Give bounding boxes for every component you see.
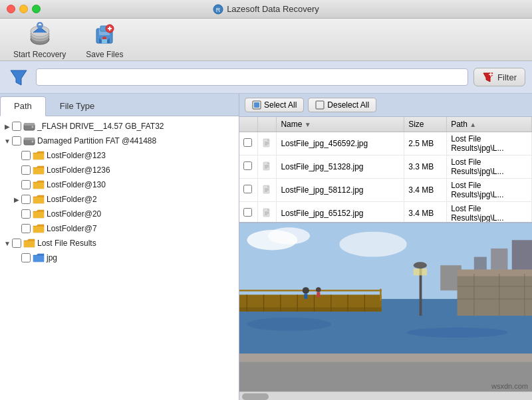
col-path-header[interactable]: Path ▲ bbox=[447, 117, 532, 132]
tree-checkbox[interactable] bbox=[21, 195, 31, 204]
row-icon-cell bbox=[257, 155, 277, 179]
tree-item[interactable]: ▼ Damaged Partition FAT @441488 bbox=[0, 134, 239, 148]
deselect-all-button[interactable]: Deselect All bbox=[308, 98, 376, 112]
svg-rect-72 bbox=[317, 292, 320, 298]
filter-label: Filter bbox=[497, 72, 517, 82]
svg-point-54 bbox=[247, 318, 331, 331]
tree-label: Damaged Partition FAT @441488 bbox=[37, 136, 156, 146]
tree-item[interactable]: LostFolder@130 bbox=[0, 177, 239, 192]
svg-rect-74 bbox=[458, 270, 532, 276]
svg-rect-82 bbox=[239, 353, 532, 362]
minimize-button[interactable] bbox=[19, 5, 28, 13]
tree-checkbox[interactable] bbox=[21, 253, 31, 262]
tree-item[interactable]: LostFolder@7 bbox=[0, 221, 239, 236]
select-all-button[interactable]: Select All bbox=[245, 98, 304, 112]
svg-rect-23 bbox=[316, 101, 324, 109]
tree-item[interactable]: ▶ _FLASH DRIVE__14.57 GB_FAT32 bbox=[0, 119, 239, 134]
close-button[interactable] bbox=[7, 5, 15, 13]
row-checkbox[interactable] bbox=[243, 185, 252, 193]
tab-bar: Path File Type bbox=[0, 94, 239, 116]
tree-checkbox[interactable] bbox=[21, 151, 31, 160]
table-row[interactable]: LostFile_jpg_65152.jpg 3.4 MB Lost File … bbox=[239, 202, 532, 224]
row-checkbox[interactable] bbox=[243, 208, 252, 217]
table-row[interactable]: LostFile_jpg_58112.jpg 3.4 MB Lost File … bbox=[239, 179, 532, 202]
select-all-icon bbox=[252, 100, 261, 110]
file-table-container[interactable]: Name ▼ Size Path ▲ bbox=[239, 117, 532, 223]
tab-path[interactable]: Path bbox=[0, 96, 46, 116]
svg-point-46 bbox=[268, 227, 310, 244]
table-header-row: Name ▼ Size Path ▲ bbox=[239, 117, 532, 132]
maximize-button[interactable] bbox=[32, 5, 41, 13]
start-recovery-button[interactable]: Start Recovery bbox=[7, 18, 72, 62]
folder-icon bbox=[33, 194, 45, 205]
watermark: wsxdn.com bbox=[491, 382, 528, 390]
tree-arrow: ▶ bbox=[3, 123, 12, 130]
row-checkbox-cell bbox=[239, 155, 257, 179]
h-scrollbar[interactable] bbox=[239, 391, 532, 400]
save-files-button[interactable]: Save Files bbox=[79, 18, 130, 62]
tree-item[interactable]: LostFolder@123 bbox=[0, 148, 239, 163]
tree-item[interactable]: LostFolder@1236 bbox=[0, 163, 239, 177]
row-path: Lost File Results\jpg\L... bbox=[447, 202, 532, 224]
toolbar: Start Recovery Save Files bbox=[0, 19, 532, 61]
file-icon bbox=[262, 185, 271, 194]
traffic-lights bbox=[7, 5, 41, 13]
path-sort-indicator: ▲ bbox=[469, 121, 476, 128]
folder-icon bbox=[33, 223, 45, 234]
folder-icon bbox=[23, 238, 35, 249]
start-recovery-label: Start Recovery bbox=[13, 50, 66, 59]
folder-blue-icon bbox=[33, 252, 45, 263]
row-name: LostFile_jpg_58112.jpg bbox=[277, 179, 404, 202]
row-checkbox[interactable] bbox=[243, 161, 252, 170]
tree-container[interactable]: ▶ _FLASH DRIVE__14.57 GB_FAT32 ▼ D bbox=[0, 116, 239, 400]
svg-rect-85 bbox=[414, 268, 427, 275]
folder-icon bbox=[33, 209, 45, 219]
tree-checkbox[interactable] bbox=[21, 209, 31, 219]
deselect-all-label: Deselect All bbox=[327, 100, 369, 110]
tree-checkbox[interactable] bbox=[12, 136, 21, 146]
svg-rect-81 bbox=[239, 357, 532, 391]
svg-rect-70 bbox=[304, 294, 307, 299]
table-row[interactable]: LostFile_jpg_51328.jpg 3.3 MB Lost File … bbox=[239, 155, 532, 179]
tree-label: _FLASH DRIVE__14.57 GB_FAT32 bbox=[37, 122, 164, 131]
svg-rect-73 bbox=[458, 274, 532, 316]
filter-icon bbox=[482, 71, 494, 83]
table-row[interactable]: LostFile_jpg_456592.jpg 2.5 MB Lost File… bbox=[239, 132, 532, 155]
tree-label: LostFolder@2 bbox=[47, 195, 97, 204]
tree-checkbox[interactable] bbox=[12, 239, 21, 248]
tab-file-type[interactable]: File Type bbox=[46, 96, 109, 116]
row-name: LostFile_jpg_456592.jpg bbox=[277, 132, 404, 155]
file-icon bbox=[262, 138, 271, 148]
folder-icon bbox=[33, 179, 45, 190]
svg-rect-57 bbox=[239, 308, 382, 312]
save-files-label: Save Files bbox=[86, 50, 123, 59]
tree-label: LostFolder@20 bbox=[47, 209, 101, 219]
tree-item[interactable]: LostFolder@20 bbox=[0, 207, 239, 221]
folder-icon bbox=[33, 165, 45, 175]
col-name-header[interactable]: Name ▼ bbox=[277, 117, 404, 132]
row-size: 2.5 MB bbox=[404, 132, 447, 155]
row-icon-cell bbox=[257, 132, 277, 155]
row-path: Lost File Results\jpg\L... bbox=[447, 155, 532, 179]
col-size-header[interactable]: Size bbox=[404, 117, 447, 132]
tree-item[interactable]: ▼ Lost File Results bbox=[0, 236, 239, 250]
row-size: 3.3 MB bbox=[404, 155, 447, 179]
svg-point-17 bbox=[32, 126, 34, 128]
row-checkbox[interactable] bbox=[243, 138, 252, 147]
tree-checkbox[interactable] bbox=[21, 180, 31, 189]
tree-item[interactable]: ▶ LostFolder@2 bbox=[0, 192, 239, 207]
row-checkbox-cell bbox=[239, 202, 257, 224]
left-panel: Path File Type ▶ _FLASH DRIVE__14.57 GB_… bbox=[0, 94, 239, 400]
filter-button[interactable]: Filter bbox=[473, 68, 525, 86]
svg-point-55 bbox=[407, 328, 508, 338]
hdd-icon bbox=[23, 136, 35, 146]
svg-text:R: R bbox=[216, 7, 221, 13]
tree-checkbox[interactable] bbox=[21, 165, 31, 175]
title-bar: R Lazesoft Data Recovery bbox=[0, 0, 532, 19]
h-scroll-thumb[interactable] bbox=[242, 393, 269, 400]
tree-item[interactable]: jpg bbox=[0, 250, 239, 265]
tree-checkbox[interactable] bbox=[12, 122, 21, 131]
search-input[interactable] bbox=[36, 68, 468, 86]
tree-checkbox[interactable] bbox=[21, 224, 31, 233]
svg-point-71 bbox=[316, 287, 321, 292]
